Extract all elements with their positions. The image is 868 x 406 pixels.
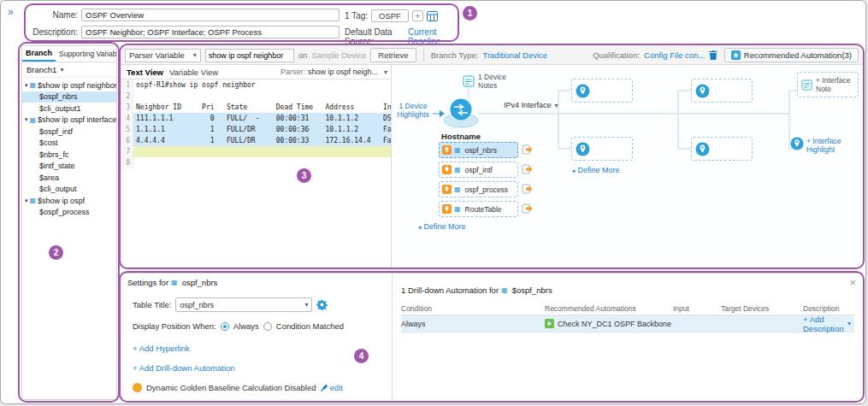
device-highlights-label[interactable]: 1 Device Highlights [393,102,433,119]
line-text: ospf-R1#show ip ospf neighbor [133,79,391,91]
interface-pin-icon [576,142,590,156]
device-variable-chip[interactable]: ▦ ospf_intf [439,162,518,178]
code-line-highlighted[interactable]: 64.4.4.4 1 FULL/DR 00:00:33 172.16.14.4 … [121,135,391,146]
add-interface-highlight-label: + Interface Highlight [806,137,849,154]
define-more-interfaces-link[interactable]: ▸Define More [573,166,620,174]
qualification-value[interactable]: Config File con... [644,50,705,60]
define-more-device-link[interactable]: ▸Define More [419,222,466,231]
device-note-icon[interactable] [463,75,475,87]
radio-always-label: Always [233,321,259,331]
interface-pin-icon [576,84,590,98]
description-input[interactable] [81,26,340,38]
expand-icon[interactable]: ▾ [25,116,28,123]
device-variable-chip[interactable]: ▦ RouteTable [439,201,518,217]
name-input[interactable] [81,9,340,21]
tree-label: $cost [39,138,58,147]
settings-variable-name: ospf_nbrs [182,278,218,287]
table-title-select[interactable]: ospf_nbrs ▾ [175,297,312,312]
name-row: Name: [28,9,340,21]
branch-type-value[interactable]: Traditional Device [482,50,547,60]
table-title-value: ospf_nbrs [180,301,214,309]
tree-node-command[interactable]: ▾▦$show ip ospf interface bri... [22,115,116,127]
tree-node-variable[interactable]: $nbrs_fc [22,149,116,161]
tree-node-variable[interactable]: $cli_output [22,184,116,196]
tab-supporting-variable[interactable]: Supporting Variable [56,46,116,62]
tree-label: $cli_output1 [39,104,81,113]
tree-node-variable[interactable]: $intf_state [22,161,116,173]
highlight-badge-icon [442,145,452,155]
description-row: Description: [28,26,340,38]
radio-condition-matched[interactable] [263,322,272,331]
tree-node-variable[interactable]: $ospf_process [22,207,116,219]
line-number: 1 [121,79,133,91]
command-input[interactable] [205,49,294,62]
tab-variable-view[interactable]: Variable View [169,68,218,77]
trash-icon[interactable] [709,50,717,60]
expand-icon[interactable]: ▾ [25,197,28,204]
code-line[interactable]: 3Neighbor ID Pri State Dead Time Address… [121,102,391,113]
tree-node-command[interactable]: ▾▦$show ip ospf neighbor [22,79,116,91]
branch-selector[interactable]: Branch1 ▾ [22,62,116,78]
table-icon: ▦ [30,197,37,204]
tab-text-view[interactable]: Text View [127,68,163,77]
tree-node-variable[interactable]: $area [22,172,116,184]
triangle-right-icon: ▸ [419,224,422,230]
tag-manager-icon[interactable] [427,10,438,21]
tag-chip[interactable]: OSPF [371,9,409,22]
branch-sidebar: Branch Supporting Variable Branch1 ▾ ▾▦$… [21,45,117,400]
interface-highlight-slot[interactable] [571,79,633,103]
tag-label: 1 Tag: [345,11,368,21]
chip-export-icon[interactable] [522,203,533,214]
collapse-panel-icon[interactable]: » [8,6,14,18]
code-line[interactable]: 8 [121,157,391,168]
chip-export-icon[interactable] [522,184,533,194]
code-line-cursor[interactable]: 7 [121,146,391,157]
interface-highlight-slot[interactable] [691,137,753,161]
add-drilldown-automation-link[interactable]: + Add Drill-down Automation [133,363,235,373]
retrieve-button[interactable]: Retrieve [370,48,416,62]
chip-export-icon[interactable] [522,144,533,155]
device-variable-chip[interactable]: ▦ ospf_process [439,181,518,197]
chevron-down-icon[interactable]: ▾ [847,320,851,327]
automation-name[interactable]: Check NY_DC1 OSPF Backbone [558,320,671,328]
sample-text-editor[interactable]: 1ospf-R1#show ip ospf neighbor 2 3Neighb… [121,79,391,168]
data-source-row: Default Data Source: Current Baseline [345,27,456,46]
interface-highlight-slot[interactable] [571,137,633,161]
data-source-value[interactable]: Current Baseline [408,27,456,46]
device-notes-label[interactable]: 1 Device Notes [478,73,514,90]
chip-export-icon[interactable] [522,164,533,174]
parser-dropdown[interactable]: Parser: show ip ospf neigh... ▾ [280,68,387,76]
tree-node-variable[interactable]: $cli_output1 [22,103,116,115]
code-line[interactable]: 1ospf-R1#show ip ospf neighbor [121,79,391,91]
gear-icon[interactable] [316,299,328,310]
code-line-highlighted[interactable]: 4111.1.1.1 0 FULL/ - 00:00:31 10.1.1.2 D… [121,113,391,124]
router-icon[interactable] [443,97,479,128]
drilldown-table-row[interactable]: Always Check NY_DC1 OSPF Backbone + Add … [401,315,854,332]
recommended-automation-button[interactable]: Recommended Automation(3) [724,48,859,62]
add-tag-button[interactable]: + [412,10,423,21]
code-line[interactable]: 2 [121,91,391,102]
code-line-highlighted[interactable]: 51.1.1.1 1 FULL/DR 00:00:36 10.1.1.2 Fa [121,124,391,135]
tab-branch[interactable]: Branch [22,46,56,62]
table-icon: ▦ [171,279,178,286]
ipv4-interface-dropdown[interactable]: IPv4 Interface▾ [504,101,558,109]
drilldown-title: 1 Drill-down Automation for ▦ $ospf_nbrs [401,285,552,295]
interface-highlight-slot[interactable] [691,79,753,103]
drilldown-table: Condition Recommended Automations Input … [401,303,854,332]
add-hyperlink-link[interactable]: + Add Hyperlink [133,344,190,353]
tree-label: $area [39,174,59,182]
add-interface-highlight[interactable]: + Interface Highlight [790,137,849,154]
sample-device-field[interactable]: Sample Device [311,50,366,60]
tree-node-variable-selected[interactable]: $ospf_nbrs [22,91,116,103]
add-interface-note[interactable]: + Interface Note [797,72,859,97]
display-position-row: Display Position When: Always Condition … [133,321,344,331]
tree-node-variable[interactable]: $cost [22,138,116,150]
tree-node-command[interactable]: ▾▦$show ip ospf [22,195,116,207]
edit-link[interactable]: edit [321,383,343,392]
chevron-down-icon: ▾ [384,68,387,76]
radio-always[interactable] [221,322,229,331]
tree-node-variable[interactable]: $ospf_intf [22,126,116,138]
parser-variable-select[interactable]: Parser Variable ▾ [125,49,201,62]
device-variable-chip-selected[interactable]: ▦ ospf_nbrs [439,142,518,158]
expand-icon[interactable]: ▾ [25,82,28,89]
